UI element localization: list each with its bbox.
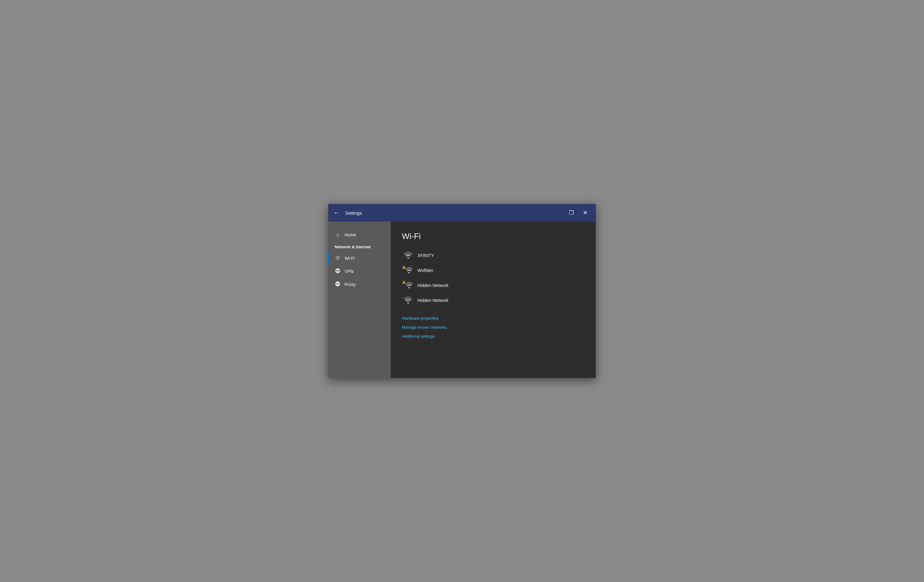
- xfinity-wifi-icon-wrap: [403, 251, 413, 260]
- close-button[interactable]: ✕: [579, 207, 591, 218]
- wolfden-wifi-icon-wrap: 🔒: [403, 266, 413, 275]
- main-content: Wi-Fi XFINITY: [391, 221, 596, 378]
- window-title: Settings: [345, 210, 566, 216]
- xfinity-name: XFINITY: [417, 253, 434, 258]
- restore-button[interactable]: ❐: [566, 207, 577, 218]
- hidden1-wifi-icon-wrap: 🔒: [403, 281, 413, 290]
- sidebar-item-proxy[interactable]: Proxy: [328, 278, 391, 291]
- home-icon: ⌂: [335, 232, 341, 238]
- hidden2-wifi-icon-wrap: [403, 296, 413, 305]
- sidebar: ⌂ Home Network & Internet Wi-Fi: [328, 221, 391, 378]
- sidebar-section-title: Network & Internet: [328, 241, 391, 252]
- wolfden-lock-icon: 🔒: [402, 265, 406, 269]
- network-item-hidden1[interactable]: 🔒 Hidden Network: [402, 279, 584, 292]
- window-controls: ❐ ✕: [566, 207, 591, 218]
- sidebar-item-home[interactable]: ⌂ Home: [328, 229, 391, 241]
- wolfden-name: Wolfden: [417, 268, 433, 273]
- hidden1-name: Hidden Network: [417, 283, 449, 288]
- hidden2-name: Hidden Network: [417, 298, 449, 303]
- settings-window: ← Settings ❐ ✕ ⌂ Home Network & Internet: [328, 204, 596, 378]
- network-item-hidden2[interactable]: Hidden Network: [402, 293, 584, 307]
- additional-settings-link[interactable]: Additional settings: [402, 334, 584, 339]
- hidden1-lock-icon: 🔒: [402, 280, 406, 284]
- wifi-label: Wi-Fi: [345, 256, 355, 261]
- page-title: Wi-Fi: [402, 231, 584, 241]
- network-item-xfinity[interactable]: XFINITY: [402, 249, 584, 262]
- manage-networks-link[interactable]: Manage known networks: [402, 325, 584, 330]
- sidebar-item-wifi[interactable]: Wi-Fi: [328, 252, 391, 265]
- globe-icon: [335, 281, 341, 288]
- titlebar: ← Settings ❐ ✕: [328, 204, 596, 221]
- content-area: ⌂ Home Network & Internet Wi-Fi: [328, 221, 596, 378]
- vpn-icon: [335, 268, 341, 275]
- network-item-wolfden[interactable]: 🔒 Wolfden: [402, 264, 584, 277]
- hardware-properties-link[interactable]: Hardware properties: [402, 316, 584, 321]
- link-list: Hardware properties Manage known network…: [402, 316, 584, 339]
- wifi-icon: [335, 255, 341, 262]
- home-label: Home: [345, 232, 356, 237]
- proxy-label: Proxy: [345, 282, 356, 287]
- vpn-label: VPN: [345, 269, 353, 274]
- sidebar-item-vpn[interactable]: VPN: [328, 265, 391, 278]
- back-button[interactable]: ←: [333, 209, 340, 217]
- network-list: XFINITY 🔒 Wolfden: [402, 249, 584, 307]
